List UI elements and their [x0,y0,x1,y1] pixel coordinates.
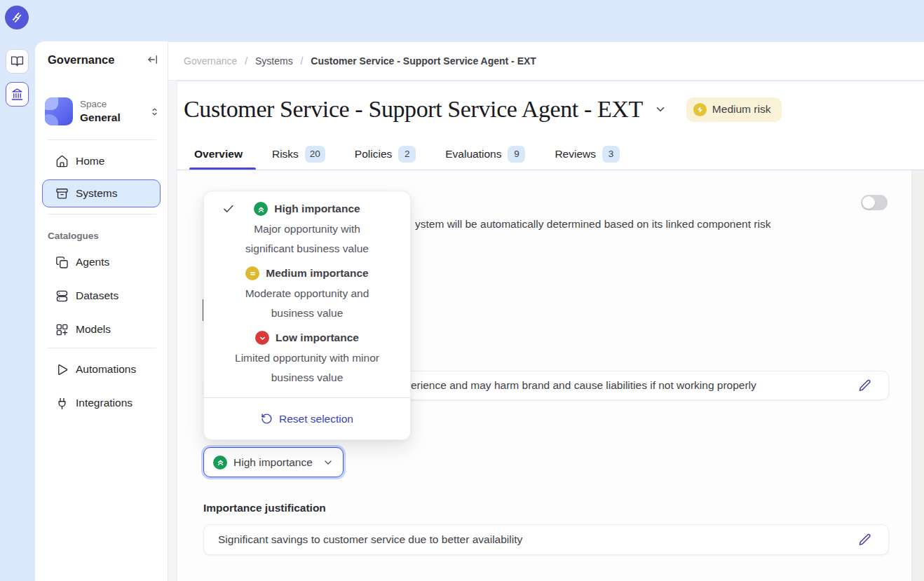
tab-count-badge: 20 [305,146,325,163]
sidebar-section-catalogues: Catalogues [48,226,99,245]
home-icon [55,155,69,168]
breadcrumb-bar: Governance / Systems / Customer Service … [168,42,924,81]
importance-dropdown-menu: High importance Major opportunity with s… [203,191,411,440]
option-label: Medium importance [266,267,368,280]
server-icon [55,289,69,303]
justification-label: Importance justification [203,502,326,514]
risk-badge: Medium risk [686,97,782,122]
risk-badge-label: Medium risk [712,103,771,116]
space-name: General [80,111,121,124]
justification-field[interactable]: Significant savings to customer service … [203,524,889,555]
tab-evaluations[interactable]: Evaluations 9 [445,137,525,170]
tab-label: Overview [194,148,243,160]
circle-chevron-down-icon [255,331,269,345]
tab-label: Risks [272,148,299,160]
breadcrumb-separator: / [245,55,247,67]
option-low-importance[interactable]: Low importance [204,327,410,348]
space-selector[interactable]: Space General [45,95,163,128]
sidebar-gutter [168,81,177,581]
edit-impact-button[interactable] [857,378,873,394]
reset-selection-label: Reset selection [279,413,353,425]
space-avatar [45,97,73,125]
sidebar-item-label: Agents [76,256,109,268]
circle-chevrons-up-icon [254,202,268,216]
sidebar-item-models[interactable]: Models [42,316,161,343]
impact-description-fragment: erience and may harm brand and cause lia… [411,371,756,399]
plug-icon [55,397,69,410]
breadcrumb: Governance / Systems / Customer Service … [184,55,536,67]
sidebar-item-agents[interactable]: Agents [42,249,161,275]
tab-label: Evaluations [445,148,501,160]
importance-select[interactable]: High importance [203,447,344,477]
sidebar-item-label: Models [76,323,111,336]
tab-count-badge: 3 [602,146,620,163]
chevron-down-icon[interactable] [654,103,667,116]
title-row: Customer Service - Support Service Agent… [168,81,924,137]
option-description: Limited opportunity with minor business … [231,348,383,388]
sidebar-item-home[interactable]: Home [42,148,161,175]
auto-risk-description-fragment: ystem will be automatically determined b… [415,218,770,231]
option-description: Moderate opportunity and business value [231,284,383,323]
sidebar-title: Governance [48,53,114,67]
option-high-importance[interactable]: High importance [204,198,410,219]
reset-selection-button[interactable]: Reset selection [204,398,410,439]
tab-label: Reviews [555,148,596,160]
copy-icon [55,256,69,269]
pencil-icon [858,533,871,547]
breadcrumb-separator: / [301,55,304,67]
sidebar-item-label: Datasets [76,289,118,302]
breadcrumb-item-current: Customer Service - Support Service Agent… [311,55,536,67]
pencil-icon [858,379,871,392]
book-open-icon [11,55,24,68]
justification-value: Significant savings to customer service … [218,533,522,546]
option-label: High importance [274,203,360,215]
collapse-sidebar-icon[interactable] [147,53,159,66]
edit-justification-button[interactable] [857,532,873,548]
tab-label: Policies [355,148,392,160]
rotate-ccw-icon [261,413,273,425]
rail-button-library[interactable] [6,49,29,74]
circle-equal-icon [245,266,259,280]
space-label: Space [80,99,121,111]
sidebar-item-label: Systems [76,187,117,200]
sidebar-item-automations[interactable]: Automations [42,356,161,383]
scrollbar-gutter[interactable] [911,170,924,581]
sidebar-item-integrations[interactable]: Integrations [42,390,161,416]
option-label: Low importance [276,331,359,344]
landmark-icon [11,88,24,101]
sidebar-item-label: Integrations [76,397,133,409]
check-icon [222,203,235,215]
divider [48,348,156,348]
tab-count-badge: 2 [398,146,416,163]
page-title: Customer Service - Support Service Agent… [184,96,643,123]
rail-button-governance[interactable] [6,82,29,107]
breadcrumb-item-systems[interactable]: Systems [255,55,293,67]
tab-overview[interactable]: Overview [194,137,243,170]
sidebar-item-datasets[interactable]: Datasets [42,282,161,309]
circle-chevrons-up-icon [213,456,227,470]
tab-count-badge: 9 [508,146,525,163]
chevrons-up-down-icon [149,106,161,118]
importance-select-value: High importance [233,456,313,469]
tab-bar: Overview Risks 20 Policies 2 Evaluations… [168,137,924,170]
app-logo[interactable] [5,6,29,29]
lightning-logo-icon [10,11,24,25]
tab-reviews[interactable]: Reviews 3 [555,137,620,170]
divider [48,214,156,214]
grid-plus-icon [55,323,69,336]
divider [48,139,156,140]
tab-policies[interactable]: Policies 2 [355,137,416,170]
auto-risk-toggle[interactable] [861,195,888,210]
sidebar-item-label: Home [76,155,104,168]
sidebar-item-systems[interactable]: Systems [42,179,161,207]
sidebar-item-label: Automations [76,363,136,376]
zap-icon [693,103,707,116]
tab-risks[interactable]: Risks 20 [272,137,325,170]
sidebar: Governance Space General Home [35,41,168,581]
option-description: Major opportunity with significant busin… [231,219,383,259]
breadcrumb-item-governance[interactable]: Governance [184,55,237,67]
archive-box-icon [55,187,69,200]
play-icon [55,363,69,376]
chevron-down-icon [322,457,334,468]
option-medium-importance[interactable]: Medium importance [204,263,410,284]
